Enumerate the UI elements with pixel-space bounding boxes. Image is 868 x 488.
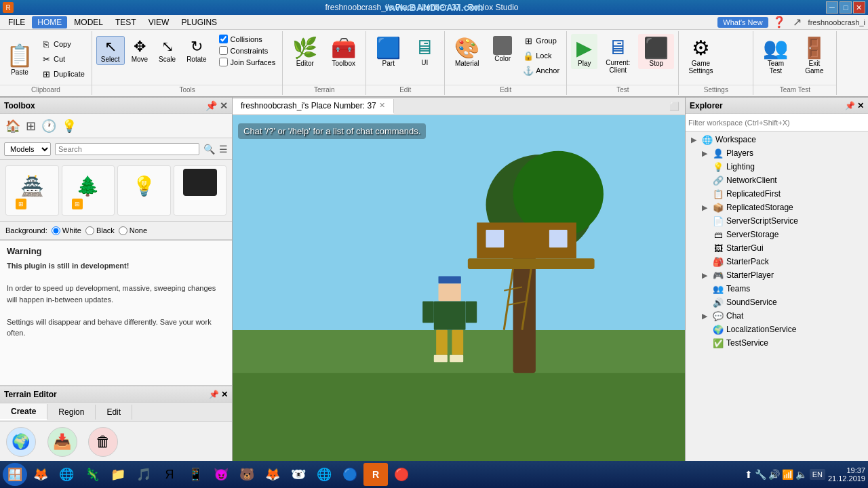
taskbar-game1-button[interactable]: 😈 — [209, 463, 233, 486]
menu-home[interactable]: HOME — [32, 16, 67, 28]
language-button[interactable]: EN — [810, 469, 825, 480]
tray-icon-volume[interactable]: 🔈 — [795, 469, 807, 480]
bg-white-radio[interactable] — [52, 226, 60, 235]
paste-button[interactable]: 📋 Paste — [4, 41, 35, 78]
minimize-button[interactable]: ─ — [826, 1, 838, 14]
terrain-pin-button[interactable]: 📌 — [209, 390, 219, 399]
explorer-search[interactable] — [686, 114, 868, 131]
viewport[interactable]: Chat '/?' or '/help' for a list of chat … — [233, 115, 685, 473]
menu-plugins[interactable]: PLUGINS — [176, 16, 222, 28]
taskbar-app7-button[interactable]: 📱 — [183, 463, 208, 486]
taskbar-game2-button[interactable]: 🐻 — [235, 463, 259, 486]
model-item-rock[interactable] — [174, 165, 227, 216]
taskbar-game3-button[interactable]: 🦊 — [260, 463, 285, 486]
select-tool-button[interactable]: ↖ Select — [96, 36, 125, 65]
cut-button[interactable]: ✂ Cut — [38, 52, 87, 66]
exit-game-button[interactable]: 🚪 ExitGame — [796, 34, 832, 77]
material-button[interactable]: 🎨 Material — [449, 34, 485, 69]
join-surfaces-check[interactable]: Join Surfaces — [216, 57, 279, 67]
tree-item-starterplayer[interactable]: ▶ 🎮 StarterPlayer — [686, 268, 868, 282]
part-button[interactable]: 🟦 Part — [370, 34, 406, 69]
close-button[interactable]: ✕ — [853, 1, 865, 14]
tree-item-serverscriptservice[interactable]: 📄 ServerScriptService — [686, 214, 868, 228]
terrain-tab-region[interactable]: Region — [47, 405, 96, 420]
tray-icon-4[interactable]: 📶 — [782, 469, 793, 480]
tree-item-players[interactable]: ▶ 👤 Players — [686, 146, 868, 160]
maximize-button[interactable]: □ — [840, 1, 852, 14]
collisions-check[interactable]: Collisions — [216, 34, 279, 44]
terrain-tab-create[interactable]: Create — [0, 404, 47, 420]
tree-item-chat[interactable]: ▶ 💬 Chat — [686, 309, 868, 323]
menu-test[interactable]: TEST — [110, 16, 142, 28]
taskbar-yandex-button[interactable]: Я — [157, 463, 182, 486]
toolbox-pin-button[interactable]: 📌 — [205, 100, 217, 111]
toolbox-favorites-nav[interactable]: 💡 — [62, 119, 77, 134]
category-select[interactable]: Models Decals Audio Meshes Plugins — [4, 142, 51, 156]
tree-item-networkclient[interactable]: 🔗 NetworkClient — [686, 174, 868, 187]
taskbar-browser2-button[interactable]: 🌐 — [54, 463, 79, 486]
taskbar-files-button[interactable]: 📁 — [106, 463, 130, 486]
tree-item-serverstorage[interactable]: 🗃 ServerStorage — [686, 228, 868, 241]
group-button[interactable]: ⊞ Group — [520, 34, 562, 47]
constraints-check[interactable]: Constraints — [216, 45, 279, 56]
play-button[interactable]: ▶ Play — [571, 34, 597, 69]
search-input[interactable] — [55, 143, 199, 155]
tray-icon-2[interactable]: 🔧 — [755, 469, 766, 480]
tree-item-lighting[interactable]: 💡 Lighting — [686, 160, 868, 174]
model-item-tree[interactable]: 🌲 ⊞ — [62, 165, 115, 216]
ui-button[interactable]: 🖥 UI — [409, 34, 440, 68]
explorer-close-button[interactable]: ✕ — [857, 101, 864, 110]
constraints-checkbox[interactable] — [219, 46, 228, 55]
anchor-button[interactable]: ⚓ Anchor — [520, 64, 562, 77]
color-button[interactable]: Color — [488, 34, 517, 64]
tray-icon-1[interactable]: ⬆ — [745, 469, 753, 480]
toolbox-button[interactable]: 🧰 Toolbox — [326, 34, 361, 69]
filter-button[interactable]: ☰ — [219, 144, 228, 155]
taskbar-app3-button[interactable]: 🦎 — [80, 463, 104, 486]
viewport-maximize-button[interactable]: ⬜ — [664, 100, 685, 113]
editor-button[interactable]: 🌿 Editor — [287, 34, 323, 69]
bg-white-option[interactable]: White — [52, 226, 81, 235]
viewport-tab-main[interactable]: freshnoobcrash_i's Place Number: 37 ✕ — [233, 99, 394, 114]
rotate-tool-button[interactable]: ↻ Rotate — [182, 37, 210, 64]
tree-item-startergui[interactable]: 🖼 StarterGui — [686, 241, 868, 255]
explorer-search-input[interactable] — [688, 119, 865, 127]
whats-new-button[interactable]: What's New — [717, 17, 768, 28]
tree-item-replicatedfirst[interactable]: 📋 ReplicatedFirst — [686, 187, 868, 201]
model-item-tower[interactable]: 🏯 ⊞ — [5, 165, 59, 216]
team-test-button[interactable]: 👥 TeamTest — [757, 34, 793, 77]
collisions-checkbox[interactable] — [219, 35, 228, 43]
taskbar-firefox-button[interactable]: 🦊 — [28, 463, 53, 486]
bg-black-radio[interactable] — [85, 226, 94, 235]
current-client-button[interactable]: 🖥 Current:Client — [600, 34, 635, 76]
taskbar-app-circle-button[interactable]: 🔴 — [389, 463, 414, 486]
menu-model[interactable]: MODEL — [68, 16, 108, 28]
taskbar-game4-button[interactable]: 🐻‍❄️ — [286, 463, 311, 486]
game-settings-button[interactable]: ⚙ GameSettings — [683, 34, 718, 77]
scale-tool-button[interactable]: ⤡ Scale — [155, 37, 180, 64]
explorer-pin-button[interactable]: 📌 — [845, 101, 855, 110]
tray-icon-3[interactable]: 🔊 — [768, 469, 780, 480]
move-tool-button[interactable]: ✥ Move — [127, 37, 152, 64]
menu-file[interactable]: FILE — [3, 16, 31, 28]
viewport-tab-close[interactable]: ✕ — [379, 101, 385, 110]
tree-item-workspace[interactable]: ▶ 🌐 Workspace — [686, 133, 868, 146]
menu-view[interactable]: VIEW — [143, 16, 175, 28]
bg-none-option[interactable]: None — [119, 226, 147, 235]
tree-item-localization[interactable]: 🌍 LocalizationService — [686, 323, 868, 336]
tree-item-testservice[interactable]: ✅ TestService — [686, 336, 868, 350]
toolbox-close-button[interactable]: ✕ — [220, 100, 228, 111]
bg-none-radio[interactable] — [119, 226, 127, 235]
taskbar-browser3-button[interactable]: 🔵 — [338, 463, 362, 486]
join-surfaces-checkbox[interactable] — [219, 58, 228, 66]
taskbar-app-y-button[interactable]: 🌐 — [312, 463, 336, 486]
stop-button[interactable]: ⬛ Stop — [638, 34, 674, 69]
terrain-tab-edit[interactable]: Edit — [96, 405, 132, 420]
toolbox-recent-nav[interactable]: 🕐 — [41, 119, 56, 134]
help-icon[interactable]: ❓ — [772, 16, 786, 28]
bg-black-option[interactable]: Black — [85, 226, 115, 235]
tree-item-replicatedstorage[interactable]: ▶ 📦 ReplicatedStorage — [686, 201, 868, 214]
tree-item-starterpack[interactable]: 🎒 StarterPack — [686, 255, 868, 268]
terrain-close-button[interactable]: ✕ — [221, 390, 228, 399]
taskbar-roblox-button[interactable]: R — [363, 463, 388, 486]
